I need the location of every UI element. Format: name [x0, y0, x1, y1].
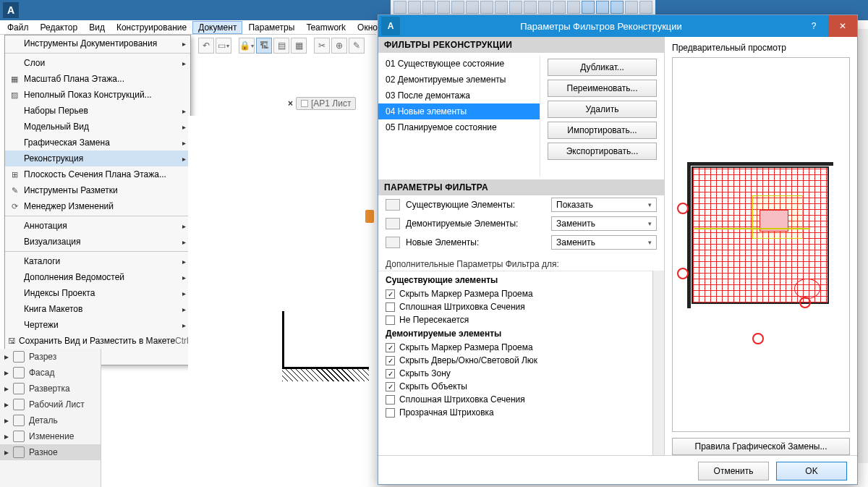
- tool-icon[interactable]: [610, 1, 624, 14]
- tb-icon[interactable]: ⊕: [331, 38, 347, 54]
- filter-action-button[interactable]: Импортировать...: [548, 122, 657, 139]
- nav-item[interactable]: ▸Разрез: [0, 349, 101, 365]
- tb-icon[interactable]: ✂: [314, 38, 330, 54]
- menu-item[interactable]: Аннотация▸: [5, 218, 190, 234]
- tb-icon[interactable]: 🔒▾: [239, 38, 255, 54]
- menu-конструирование[interactable]: Конструирование: [111, 21, 192, 34]
- checkbox[interactable]: [386, 356, 395, 365]
- menu-item[interactable]: Модельный Вид▸: [5, 119, 190, 135]
- tool-icon[interactable]: [524, 1, 537, 14]
- check-row[interactable]: Сплошная Штриховка Сечения: [378, 393, 652, 406]
- check-row[interactable]: Скрыть Зону: [378, 367, 652, 380]
- filter-action-button[interactable]: Дубликат...: [548, 59, 657, 76]
- filter-item[interactable]: 03 После демонтажа: [378, 88, 540, 103]
- tool-icon[interactable]: [480, 1, 493, 14]
- menu-item[interactable]: ✎Инструменты Разметки: [5, 182, 190, 198]
- ok-button[interactable]: OK: [776, 462, 847, 480]
- checkbox[interactable]: [386, 369, 395, 378]
- document-tab[interactable]: [АР1 Лист: [296, 97, 356, 110]
- filter-item[interactable]: 04 Новые элементы: [378, 103, 540, 119]
- nav-item[interactable]: ▸Деталь: [0, 412, 101, 428]
- filter-item[interactable]: 02 Демонтируемые элементы: [378, 72, 540, 88]
- menu-документ[interactable]: Документ: [192, 21, 242, 34]
- checkbox[interactable]: [386, 408, 395, 418]
- close-button[interactable]: ✕: [828, 15, 857, 37]
- param-select[interactable]: Показать▾: [551, 198, 657, 212]
- tool-icon[interactable]: [553, 1, 566, 14]
- param-select[interactable]: Заменить▾: [551, 216, 657, 231]
- tool-icon[interactable]: [639, 1, 652, 14]
- menu-item[interactable]: ▨Неполный Показ Конструкций...: [5, 87, 190, 103]
- tb-icon[interactable]: ✎: [349, 38, 365, 54]
- menu-item[interactable]: ⟳Менеджер Изменений: [5, 198, 190, 214]
- nav-item[interactable]: ▸Фасад: [0, 365, 101, 381]
- menu-item[interactable]: Наборы Перьев▸: [5, 103, 190, 119]
- help-button[interactable]: ?: [799, 15, 828, 37]
- tb-icon[interactable]: ▭▾: [216, 38, 231, 54]
- tool-icon[interactable]: [422, 1, 435, 14]
- menu-item[interactable]: Каталоги▸: [5, 253, 190, 269]
- menu-item[interactable]: Реконструкция▸: [5, 151, 190, 166]
- menu-item[interactable]: Графическая Замена▸: [5, 135, 190, 151]
- checkbox[interactable]: [386, 343, 395, 352]
- checkbox[interactable]: [386, 382, 395, 391]
- tool-icon[interactable]: [596, 1, 609, 14]
- tool-icon[interactable]: [408, 1, 421, 14]
- checkbox[interactable]: [386, 316, 395, 325]
- menu-item[interactable]: Индексы Проекта▸: [5, 285, 190, 301]
- tool-icon[interactable]: [509, 1, 522, 14]
- tb-icon[interactable]: ▦: [291, 38, 307, 54]
- tool-icon[interactable]: [582, 1, 595, 14]
- tool-icon[interactable]: [437, 1, 450, 14]
- filter-action-button[interactable]: Экспортировать...: [548, 143, 657, 160]
- menu-item[interactable]: Визуализация▸: [5, 234, 190, 250]
- tb-icon[interactable]: ▤: [273, 38, 289, 54]
- menu-item[interactable]: Слои▸: [5, 55, 190, 71]
- menu-файл[interactable]: Файл: [1, 21, 35, 34]
- tool-icon[interactable]: [538, 1, 551, 14]
- menu-teamwork[interactable]: Teamwork: [300, 21, 352, 34]
- checkbox[interactable]: [386, 302, 395, 312]
- menu-item[interactable]: Чертежи▸: [5, 317, 190, 333]
- tool-icon[interactable]: [567, 1, 580, 14]
- nav-item[interactable]: ▸Изменение: [0, 428, 101, 444]
- tool-icon[interactable]: [495, 1, 508, 14]
- menu-редактор[interactable]: Редактор: [35, 21, 84, 34]
- tab-close-icon[interactable]: ×: [288, 98, 293, 109]
- tool-icon[interactable]: [466, 1, 479, 14]
- menu-item[interactable]: Дополнения Ведомостей▸: [5, 269, 190, 285]
- check-row[interactable]: Скрыть Маркер Размера Проема: [378, 287, 652, 300]
- menu-вид[interactable]: Вид: [83, 21, 111, 34]
- check-row[interactable]: Скрыть Дверь/Окно/Световой Люк: [378, 354, 652, 367]
- checkbox[interactable]: [386, 395, 395, 405]
- nav-item[interactable]: ▸Разное: [0, 444, 101, 460]
- tb-icon[interactable]: ↶: [198, 38, 214, 54]
- filter-item[interactable]: 01 Существующее состояние: [378, 56, 540, 72]
- tool-icon[interactable]: [451, 1, 464, 14]
- menu-item[interactable]: ▦Масштаб Плана Этажа...: [5, 71, 190, 87]
- filter-list: 01 Существующее состояние02 Демонтируемы…: [378, 56, 540, 177]
- menu-item[interactable]: ⊞Плоскость Сечения Плана Этажа...: [5, 166, 190, 182]
- nav-item[interactable]: ▸Развертка: [0, 381, 101, 397]
- cancel-button[interactable]: Отменить: [698, 462, 769, 480]
- menu-item[interactable]: Книга Макетов▸: [5, 301, 190, 317]
- filter-action-button[interactable]: Удалить: [548, 101, 657, 118]
- check-row[interactable]: Прозрачная Штриховка: [378, 406, 652, 419]
- tool-icon[interactable]: [625, 1, 638, 14]
- menu-item[interactable]: Инструменты Документирования▸: [5, 35, 190, 51]
- tb-icon[interactable]: 🏗: [256, 38, 272, 54]
- checkbox[interactable]: [386, 289, 395, 299]
- tool-icon[interactable]: [393, 1, 407, 14]
- graphic-rules-button[interactable]: Правила Графической Замены...: [672, 438, 850, 455]
- param-select[interactable]: Заменить▾: [551, 235, 657, 250]
- check-row[interactable]: Скрыть Объекты: [378, 380, 652, 393]
- nav-item[interactable]: ▸Рабочий Лист: [0, 397, 101, 412]
- filter-item[interactable]: 05 Планируемое состояние: [378, 119, 540, 135]
- check-row[interactable]: Сплошная Штриховка Сечения: [378, 300, 652, 313]
- menu-item[interactable]: 🖫Сохранить Вид и Разместить в МакетеCtrl…: [5, 333, 190, 349]
- check-row[interactable]: Скрыть Маркер Размера Проема: [378, 341, 652, 354]
- filter-action-button[interactable]: Переименовать...: [548, 80, 657, 97]
- scrollbar[interactable]: [652, 271, 664, 455]
- check-row[interactable]: Не Пересекается: [378, 313, 652, 326]
- menu-параметры[interactable]: Параметры: [242, 21, 300, 34]
